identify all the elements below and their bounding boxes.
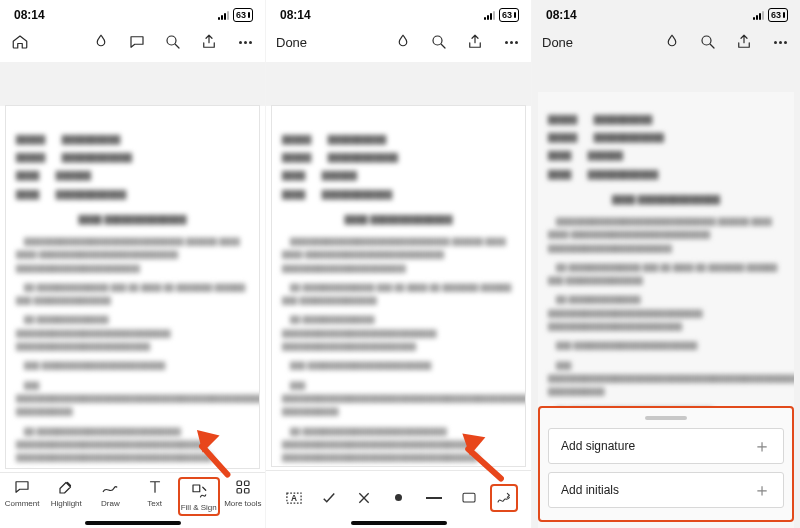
cross-tool[interactable] xyxy=(350,484,378,512)
home-icon[interactable] xyxy=(10,32,30,52)
search-icon[interactable] xyxy=(429,32,449,52)
signature-tool-button[interactable] xyxy=(490,484,518,512)
home-indicator xyxy=(85,521,181,525)
blurred-document-content: █████ ██████████ █████ ████████████ ████… xyxy=(16,132,249,468)
top-toolbar xyxy=(0,26,265,62)
share-icon[interactable] xyxy=(734,32,754,52)
cellular-icon xyxy=(218,10,229,20)
status-bar: 08:14 63 xyxy=(0,0,265,26)
svg-rect-2 xyxy=(244,481,249,486)
home-indicator xyxy=(351,521,447,525)
dot-tool[interactable] xyxy=(385,484,413,512)
add-initials-label: Add initials xyxy=(561,483,619,497)
sheet-grabber[interactable] xyxy=(645,416,687,420)
plus-icon: ＋ xyxy=(753,441,771,452)
share-icon[interactable] xyxy=(199,32,219,52)
fill-and-sign-button[interactable]: Fill & Sign xyxy=(178,477,220,516)
draw-tool-icon xyxy=(100,477,120,497)
top-toolbar: Done xyxy=(266,26,531,62)
status-bar: 08:14 63 xyxy=(532,0,800,26)
add-signature-button[interactable]: Add signature ＋ xyxy=(548,428,784,464)
screen-3-add-signature-sheet: 08:14 63 Done █████ ██████████ █████ ███… xyxy=(532,0,800,528)
liquid-mode-icon[interactable] xyxy=(91,32,111,52)
cellular-icon xyxy=(753,10,764,20)
svg-point-9 xyxy=(702,36,711,45)
svg-rect-1 xyxy=(237,481,242,486)
search-icon[interactable] xyxy=(163,32,183,52)
battery-icon: 63 xyxy=(768,8,788,22)
bottom-toolbar: Comment Highlight Draw Text Fill & Sign … xyxy=(0,472,265,528)
more-icon[interactable] xyxy=(235,32,255,52)
screen-1-fill-and-sign: 08:14 63 █████ ██████████ █████ ████████… xyxy=(0,0,266,528)
more-tools-icon xyxy=(233,477,253,497)
share-icon[interactable] xyxy=(465,32,485,52)
svg-point-0 xyxy=(167,36,176,45)
liquid-mode-icon[interactable] xyxy=(662,32,682,52)
top-toolbar: Done xyxy=(532,26,800,62)
svg-rect-3 xyxy=(237,489,242,494)
add-initials-button[interactable]: Add initials ＋ xyxy=(548,472,784,508)
checkmark-tool[interactable] xyxy=(315,484,343,512)
more-tools-button[interactable]: More tools xyxy=(222,477,264,508)
search-icon[interactable] xyxy=(698,32,718,52)
svg-rect-8 xyxy=(463,493,475,502)
svg-rect-4 xyxy=(244,489,249,494)
clock: 08:14 xyxy=(14,8,45,22)
blurred-document-content: █████ ██████████ █████ ████████████ ████… xyxy=(282,132,515,466)
add-signature-label: Add signature xyxy=(561,439,635,453)
status-bar: 08:14 63 xyxy=(266,0,531,26)
more-icon[interactable] xyxy=(501,32,521,52)
battery-icon: 63 xyxy=(233,8,253,22)
screen-2-sign-tools: 08:14 63 Done █████ ██████████ █████ ███… xyxy=(266,0,532,528)
rectangle-tool[interactable] xyxy=(455,484,483,512)
highlight-button[interactable]: Highlight xyxy=(45,477,87,508)
document-page[interactable]: █████ ██████████ █████ ████████████ ████… xyxy=(6,106,259,468)
comment-icon[interactable] xyxy=(127,32,147,52)
fill-sign-toolbar: A xyxy=(266,470,531,528)
draw-button[interactable]: Draw xyxy=(89,477,131,508)
done-button[interactable]: Done xyxy=(542,35,573,50)
text-tool-icon xyxy=(145,477,165,497)
grey-gap xyxy=(266,62,531,106)
more-icon[interactable] xyxy=(770,32,790,52)
comment-button[interactable]: Comment xyxy=(1,477,43,508)
document-page[interactable]: █████ ██████████ █████ ████████████ ████… xyxy=(272,106,525,466)
liquid-mode-icon[interactable] xyxy=(393,32,413,52)
text-field-tool[interactable]: A xyxy=(280,484,308,512)
highlight-tool-icon xyxy=(56,477,76,497)
cellular-icon xyxy=(484,10,495,20)
fill-sign-tool-icon xyxy=(189,481,209,501)
clock: 08:14 xyxy=(546,8,577,22)
dash-tool[interactable] xyxy=(420,484,448,512)
comment-tool-icon xyxy=(12,477,32,497)
signature-action-sheet: Add signature ＋ Add initials ＋ xyxy=(538,406,794,522)
battery-icon: 63 xyxy=(499,8,519,22)
text-button[interactable]: Text xyxy=(134,477,176,508)
plus-icon: ＋ xyxy=(753,485,771,496)
clock: 08:14 xyxy=(280,8,311,22)
svg-point-5 xyxy=(433,36,442,45)
svg-text:A: A xyxy=(290,493,296,503)
grey-gap xyxy=(532,62,800,92)
done-button[interactable]: Done xyxy=(276,35,307,50)
grey-gap xyxy=(0,62,265,106)
